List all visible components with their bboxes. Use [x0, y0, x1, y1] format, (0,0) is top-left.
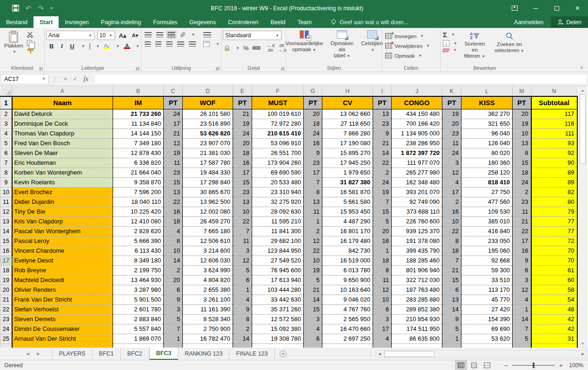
cell-wof[interactable]: 19 484 330	[183, 168, 233, 177]
cell-subtotaal[interactable]: 48	[531, 304, 577, 314]
cell-pt[interactable]: 18	[373, 256, 392, 265]
row-header-4[interactable]: 4	[0, 128, 12, 138]
cell-pt[interactable]: 11	[513, 207, 531, 216]
cell-wof[interactable]: 11 161 390	[183, 304, 233, 314]
cell-pt[interactable]: 2	[304, 226, 322, 236]
cell-name[interactable]: Dominique De Cock	[12, 119, 113, 128]
cell-name[interactable]: Stefan Verhoelst	[12, 304, 113, 314]
cell-pt[interactable]: 6	[233, 275, 252, 285]
table-header-pt[interactable]: PT	[164, 96, 183, 109]
cell-im[interactable]: 2 601 780	[113, 304, 164, 314]
cell-pt[interactable]: 11	[442, 138, 461, 148]
cell-cv[interactable]: 16 519 000	[322, 256, 373, 265]
cell-congo[interactable]: 1 134 905 000	[392, 128, 442, 138]
cell-pt[interactable]: 19	[442, 109, 461, 119]
cell-pt[interactable]: 9	[233, 304, 252, 314]
cell-im[interactable]: 6 336 820	[113, 158, 164, 168]
cell-pt[interactable]: 1	[233, 285, 252, 295]
row-header-7[interactable]: 7	[0, 158, 12, 168]
row-header-24[interactable]: 24	[0, 324, 12, 334]
cell-cv[interactable]: 16 581 870	[322, 187, 373, 197]
horizontal-scroll-thumb[interactable]	[384, 351, 434, 357]
ribbon-tab-team[interactable]: Team	[291, 16, 318, 28]
cell-pt[interactable]: 21	[373, 138, 392, 148]
cell-name[interactable]: Vincent Chardome	[12, 246, 113, 256]
cell-pt[interactable]: 7	[233, 226, 252, 236]
cell-wof[interactable]: 2 750 900	[183, 324, 233, 334]
cell-wof[interactable]: 21 381 030	[183, 148, 233, 158]
align-right-icon[interactable]	[166, 41, 172, 47]
cell-subtotaal[interactable]: 117	[531, 109, 577, 119]
cell-pt[interactable]: 8	[304, 187, 322, 197]
cell-congo[interactable]: 162 348 480	[392, 177, 442, 187]
cell-pt[interactable]: 14	[513, 314, 531, 324]
cell-subtotaal[interactable]: 70	[531, 256, 577, 265]
cell-pt[interactable]: 1	[373, 246, 392, 256]
cell-wof[interactable]: 26 459 270	[183, 216, 233, 226]
cell-must[interactable]: 35 371 260	[252, 304, 304, 314]
cell-pt[interactable]: 3	[233, 246, 252, 256]
column-header-A[interactable]: A	[12, 86, 113, 96]
cell-pt[interactable]: 5	[373, 216, 392, 226]
column-header-N[interactable]: N	[531, 86, 577, 96]
cell-pt[interactable]: 16	[233, 158, 252, 168]
cell-pt[interactable]: 17	[513, 236, 531, 246]
zoom-slider-thumb[interactable]	[533, 363, 535, 368]
cell-pt[interactable]: 24	[373, 177, 392, 187]
cell-pt[interactable]: 20	[164, 275, 183, 285]
cell-subtotaal[interactable]: 80	[531, 197, 577, 207]
sheet-tab-bfc3[interactable]: BFC3	[149, 348, 179, 360]
cell-im[interactable]: 12 410 080	[113, 216, 164, 226]
autosum-button[interactable]: Σ▼	[443, 31, 457, 39]
cell-cv[interactable]: 17 945 250	[322, 158, 373, 168]
row-header-20[interactable]: 20	[0, 285, 12, 295]
cell-subtotaal[interactable]: 111	[531, 128, 577, 138]
cell-im[interactable]	[113, 343, 164, 348]
cell-kiss[interactable]	[461, 343, 513, 348]
cell-subtotaal[interactable]: 70	[531, 246, 577, 256]
vertical-scrollbar[interactable]: ▲ ▼	[579, 86, 587, 348]
zoom-in-button[interactable]: +	[559, 362, 563, 369]
cell-name[interactable]: Fred Van Den Bosch	[12, 138, 113, 148]
cell-pt[interactable]: 23	[513, 197, 531, 207]
sheet-tab-bfc1[interactable]: BFC1	[93, 348, 121, 360]
ribbon-tab-invoegen[interactable]: Invoegen	[59, 16, 94, 28]
horizontal-scrollbar[interactable]: ◀ ▶	[375, 350, 587, 358]
cell-subtotaal[interactable]: 72	[531, 236, 577, 246]
collapse-ribbon-icon[interactable]: ∧	[580, 65, 583, 70]
cell-name[interactable]: Pascal Leroy	[12, 236, 113, 246]
minimize-button[interactable]: ─	[525, 0, 546, 16]
cell-pt[interactable]: 5	[233, 265, 252, 275]
cell-congo[interactable]: 238 286 950	[392, 138, 442, 148]
sheet-tab-ranking-123[interactable]: RANKING 123	[178, 348, 229, 360]
cell-kiss[interactable]: 258 120	[461, 168, 513, 177]
table-header-must[interactable]: MUST	[252, 96, 304, 109]
cell-must[interactable]: 33 442 630	[252, 295, 304, 304]
increase-indent-icon[interactable]	[189, 41, 196, 47]
tab-splitter-handle[interactable]: ⋮	[368, 351, 374, 357]
cell-name[interactable]: Arnaud Van Der Stricht	[12, 334, 113, 343]
cell-pt[interactable]: 4	[304, 324, 322, 334]
decrease-font-icon[interactable]: A▾	[131, 33, 140, 39]
cell-pt[interactable]: 4	[513, 295, 531, 304]
cell-kiss[interactable]: 96 040	[461, 128, 513, 138]
cell-pt[interactable]: 12	[373, 285, 392, 295]
row-header-6[interactable]: 6	[0, 148, 12, 158]
cell-must[interactable]: 11 595 210	[252, 216, 304, 226]
cell-name[interactable]: Thomas Van Clapdorp	[12, 128, 113, 138]
cell-kiss[interactable]: 180 360	[461, 158, 513, 168]
row-header-17[interactable]: 17	[0, 256, 12, 265]
cell-must[interactable]: 20 533 480	[252, 177, 304, 187]
column-header-H[interactable]: H	[322, 86, 373, 96]
cell-congo[interactable]: 399 435 790	[392, 246, 442, 256]
cell-im[interactable]: 14 144 150	[113, 128, 164, 138]
vertical-scroll-thumb[interactable]	[580, 94, 586, 164]
save-icon[interactable]	[12, 5, 19, 12]
cell-subtotaal[interactable]: 58	[531, 285, 577, 295]
cell-must[interactable]: 72 972 280	[252, 119, 304, 128]
scroll-right-icon[interactable]: ▶	[579, 352, 587, 356]
cell-pt[interactable]: 24	[442, 148, 461, 158]
format-cells-button[interactable]: Opmaak▼	[385, 51, 439, 60]
cell-pt[interactable]: 1	[513, 304, 531, 314]
cell-pt[interactable]	[373, 343, 392, 348]
